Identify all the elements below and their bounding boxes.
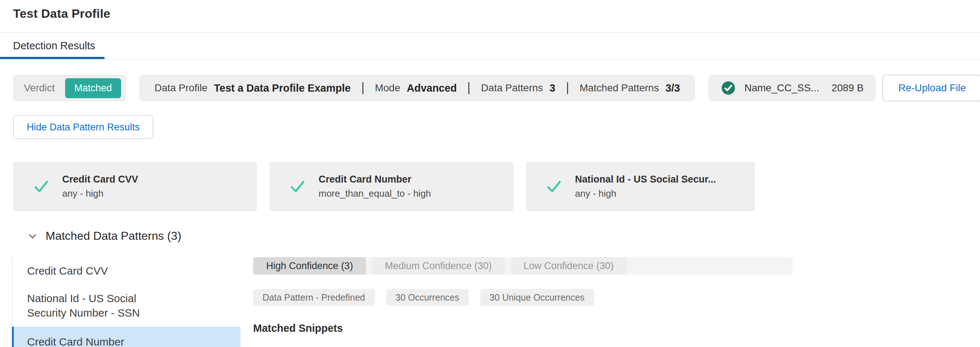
pattern-card-credit-card-cvv: Credit Card CVV any - high bbox=[13, 162, 257, 211]
info-data-patterns: Data Patterns 3 bbox=[468, 82, 555, 94]
data-profile-value: Test a Data Profile Example bbox=[214, 82, 350, 94]
profile-info-box: Data Profile Test a Data Profile Example… bbox=[139, 75, 695, 101]
mode-value: Advanced bbox=[407, 82, 457, 94]
chip-unique-occurrences: 30 Unique Occurrences bbox=[480, 289, 594, 306]
list-item-national-id-ssn[interactable]: National Id - US Social Security Number … bbox=[13, 285, 240, 327]
file-size: 2089 B bbox=[831, 82, 864, 94]
tab-low-confidence[interactable]: Low Confidence (30) bbox=[511, 257, 627, 275]
info-data-profile: Data Profile Test a Data Profile Example bbox=[154, 82, 351, 94]
chip-data-pattern-type: Data Pattern - Predefined bbox=[253, 289, 375, 306]
card-text: Credit Card CVV any - high bbox=[62, 174, 138, 199]
info-mode: Mode Advanced bbox=[362, 82, 457, 94]
info-matched-patterns: Matched Patterns 3/3 bbox=[567, 82, 680, 94]
detail-chips-row: Data Pattern - Predefined 30 Occurrences… bbox=[253, 289, 793, 306]
confidence-tab-strip: High Confidence (3) Medium Confidence (3… bbox=[253, 257, 793, 275]
card-title: Credit Card CVV bbox=[62, 174, 138, 185]
card-subtitle: any - high bbox=[575, 188, 716, 199]
list-item-label: Credit Card Number bbox=[27, 335, 168, 347]
card-text: Credit Card Number more_than_equal_to - … bbox=[318, 174, 431, 199]
pattern-detail-panel: High Confidence (3) Medium Confidence (3… bbox=[253, 257, 793, 334]
list-item-label: Credit Card CVV bbox=[27, 264, 168, 278]
uploaded-file-chip: Name_CC_SS... 2089 B bbox=[708, 75, 876, 101]
matched-patterns-label: Matched Patterns bbox=[580, 82, 659, 94]
matched-data-patterns-header[interactable]: Matched Data Patterns (3) bbox=[27, 229, 980, 243]
list-item-label: National Id - US Social Security Number … bbox=[27, 291, 168, 320]
summary-row: Verdict Matched Data Profile Test a Data… bbox=[13, 75, 971, 101]
matched-patterns-value: 3/3 bbox=[665, 82, 680, 94]
matched-data-patterns-title: Matched Data Patterns (3) bbox=[46, 229, 181, 243]
card-subtitle: any - high bbox=[62, 188, 138, 199]
re-upload-file-button[interactable]: Re-Upload File bbox=[882, 75, 980, 101]
card-subtitle: more_than_equal_to - high bbox=[318, 188, 431, 199]
data-patterns-value: 3 bbox=[550, 82, 555, 94]
card-title: National Id - US Social Secur... bbox=[575, 174, 716, 185]
matched-snippets-heading: Matched Snippets bbox=[253, 322, 793, 334]
tab-high-confidence[interactable]: High Confidence (3) bbox=[253, 257, 366, 275]
circle-check-icon bbox=[721, 80, 736, 96]
data-patterns-label: Data Patterns bbox=[481, 82, 543, 94]
list-item-credit-card-number[interactable]: Credit Card Number bbox=[12, 327, 240, 347]
check-icon bbox=[33, 178, 50, 195]
card-title: Credit Card Number bbox=[318, 174, 431, 185]
hide-data-pattern-results-button[interactable]: Hide Data Pattern Results bbox=[13, 115, 153, 139]
file-name: Name_CC_SS... bbox=[744, 82, 819, 94]
mode-label: Mode bbox=[375, 82, 400, 94]
data-profile-label: Data Profile bbox=[154, 82, 207, 94]
check-icon bbox=[545, 178, 563, 195]
page-header: Test Data Profile bbox=[0, 0, 980, 33]
chip-occurrences: 30 Occurrences bbox=[386, 289, 469, 306]
chevron-down-icon bbox=[27, 230, 38, 242]
list-item-credit-card-cvv[interactable]: Credit Card CVV bbox=[13, 257, 240, 285]
matched-patterns-body: Credit Card CVV National Id - US Social … bbox=[12, 257, 980, 347]
verdict-label: Verdict bbox=[24, 82, 55, 94]
pattern-list: Credit Card CVV National Id - US Social … bbox=[12, 257, 240, 347]
pattern-cards-row: Credit Card CVV any - high Credit Card N… bbox=[13, 162, 980, 211]
tab-detection-results[interactable]: Detection Results bbox=[0, 33, 105, 59]
verdict-box: Verdict Matched bbox=[13, 75, 126, 101]
check-icon bbox=[289, 178, 306, 195]
verdict-badge: Matched bbox=[65, 78, 121, 98]
tab-bar: Detection Results bbox=[0, 33, 980, 59]
card-text: National Id - US Social Secur... any - h… bbox=[575, 174, 716, 199]
tab-medium-confidence[interactable]: Medium Confidence (30) bbox=[372, 257, 505, 275]
page-title: Test Data Profile bbox=[13, 6, 980, 21]
pattern-card-credit-card-number: Credit Card Number more_than_equal_to - … bbox=[269, 162, 514, 211]
pattern-card-national-id-ssn: National Id - US Social Secur... any - h… bbox=[526, 162, 755, 211]
